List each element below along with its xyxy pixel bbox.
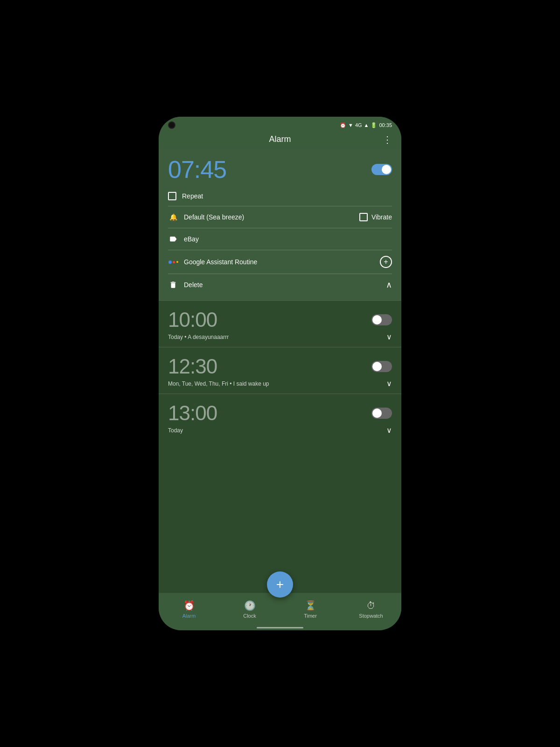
overflow-menu-button[interactable]: ⋮ <box>383 134 392 145</box>
alarm-1230-row: 12:30 <box>168 355 392 378</box>
alarm-1000-expand[interactable]: ∨ <box>386 332 392 341</box>
alarm-toggle-0745[interactable] <box>371 164 392 175</box>
delete-label: Delete <box>184 281 203 289</box>
alarm-time-row: 07:45 <box>168 155 392 183</box>
stopwatch-nav-icon: ⏱ <box>366 600 376 611</box>
phone-screen: ⏰ ▼ 4G ▲ 🔋 00:35 Alarm ⋮ 07:45 Repeat <box>159 117 401 630</box>
alarm-1230-expand[interactable]: ∨ <box>386 379 392 388</box>
timer-nav-icon: ⏳ <box>305 600 316 611</box>
alarm-1230-detail-row: Mon, Tue, Wed, Thu, Fri • I said wake up… <box>168 379 392 388</box>
divider-3 <box>168 250 392 250</box>
bell-icon: 🔔 <box>168 212 178 222</box>
nav-alarm[interactable]: ⏰ Alarm <box>159 600 219 619</box>
alarm-1000-toggle[interactable] <box>371 314 392 325</box>
alarm-1000-detail: Today • A desayunaaarrr <box>168 334 229 340</box>
alarm-item-1300[interactable]: 13:00 Today ∨ <box>159 394 401 440</box>
label-icon <box>168 234 178 244</box>
app-header: Alarm ⋮ <box>159 132 401 149</box>
app-title: Alarm <box>269 134 291 144</box>
stopwatch-nav-label: Stopwatch <box>359 613 383 619</box>
alarm-status-icon: ⏰ <box>340 122 346 128</box>
wifi-icon: ▼ <box>348 122 353 128</box>
add-alarm-fab[interactable]: + <box>267 571 293 598</box>
alarm-nav-label: Alarm <box>182 613 196 619</box>
delete-row[interactable]: Delete ∧ <box>168 276 392 294</box>
expanded-alarm-0745[interactable]: 07:45 Repeat 🔔 Default (Sea breeze) Vibr… <box>159 149 401 300</box>
home-indicator <box>257 627 303 628</box>
alarm-1230-time: 12:30 <box>168 355 217 378</box>
nav-stopwatch[interactable]: ⏱ Stopwatch <box>341 600 401 619</box>
alarm-1230-toggle[interactable] <box>371 361 392 372</box>
alarm-1300-detail-row: Today ∨ <box>168 426 392 435</box>
vibrate-checkbox[interactable] <box>359 213 368 221</box>
ga-icon <box>168 257 178 267</box>
ga-routine-label: Google Assistant Routine <box>184 258 374 266</box>
nav-clock[interactable]: 🕐 Clock <box>219 600 280 619</box>
alarm-nav-icon: ⏰ <box>183 600 195 611</box>
label-text: eBay <box>184 235 392 243</box>
time-display: 00:35 <box>379 122 392 128</box>
trash-icon <box>168 280 178 290</box>
signal-text: 4G <box>355 122 362 128</box>
clock-nav-icon: 🕐 <box>244 600 256 611</box>
divider-4 <box>168 274 392 274</box>
clock-nav-label: Clock <box>243 613 256 619</box>
alarm-1300-time: 13:00 <box>168 402 217 425</box>
battery-icon: 🔋 <box>371 122 377 128</box>
timer-nav-label: Timer <box>304 613 317 619</box>
alarm-1300-detail: Today <box>168 427 183 434</box>
divider-1 <box>168 206 392 206</box>
repeat-checkbox[interactable] <box>168 192 176 200</box>
alarm-1300-row: 13:00 <box>168 402 392 425</box>
alarm-1000-row: 10:00 <box>168 308 392 331</box>
ringtone-label: Default (Sea breeze) <box>184 213 354 221</box>
ringtone-row[interactable]: 🔔 Default (Sea breeze) Vibrate <box>168 208 392 226</box>
alarm-item-1230[interactable]: 12:30 Mon, Tue, Wed, Thu, Fri • I said w… <box>159 347 401 394</box>
divider-2 <box>168 228 392 228</box>
alarm-1300-expand[interactable]: ∨ <box>386 426 392 435</box>
bottom-navigation: ⏰ Alarm 🕐 Clock ⏳ Timer ⏱ Stopwatch <box>159 593 401 630</box>
alarm-1000-detail-row: Today • A desayunaaarrr ∨ <box>168 332 392 341</box>
delete-left: Delete <box>168 280 203 290</box>
camera-area <box>168 121 187 129</box>
status-bar: ⏰ ▼ 4G ▲ 🔋 00:35 <box>159 117 401 132</box>
vibrate-label: Vibrate <box>371 213 392 221</box>
label-row[interactable]: eBay <box>168 230 392 248</box>
signal-bars-icon: ▲ <box>364 122 369 128</box>
alarm-time-display[interactable]: 07:45 <box>168 155 226 183</box>
repeat-row[interactable]: Repeat <box>168 188 392 204</box>
fab-plus-icon: + <box>276 577 284 592</box>
vibrate-section[interactable]: Vibrate <box>359 213 392 221</box>
camera-hole <box>168 121 175 129</box>
ga-add-button[interactable]: + <box>380 256 392 268</box>
status-indicators: ⏰ ▼ 4G ▲ 🔋 00:35 <box>340 122 392 128</box>
alarm-list: 07:45 Repeat 🔔 Default (Sea breeze) Vibr… <box>159 149 401 602</box>
alarm-1230-detail: Mon, Tue, Wed, Thu, Fri • I said wake up <box>168 381 269 387</box>
alarm-1300-toggle[interactable] <box>371 408 392 419</box>
nav-timer[interactable]: ⏳ Timer <box>280 600 341 619</box>
repeat-label: Repeat <box>182 192 392 200</box>
collapse-chevron[interactable]: ∧ <box>386 280 392 290</box>
alarm-1000-time: 10:00 <box>168 308 217 331</box>
ga-routine-row[interactable]: Google Assistant Routine + <box>168 252 392 272</box>
alarm-item-1000[interactable]: 10:00 Today • A desayunaaarrr ∨ <box>159 300 401 347</box>
